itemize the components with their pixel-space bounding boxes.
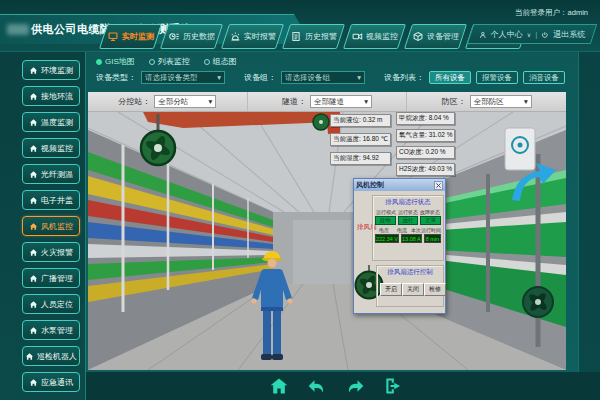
app-window: 供电公司电缆隧道在线监测系统 实时监测 历史数据 实时报警 历史报警 视频监控 … — [0, 0, 600, 400]
sidebar-item-fire-alarm[interactable]: 火灾报警 — [22, 242, 80, 262]
run-mode-label: 运行模式 — [375, 209, 397, 215]
view-mode-list[interactable]: 列表监控 — [149, 56, 190, 67]
sensor-label: H2S浓度: — [399, 165, 426, 172]
house-icon — [29, 170, 38, 179]
temperature-readout: 当前温度: 16.80 ℃ — [330, 133, 391, 146]
zone-label: 防区： — [442, 96, 466, 107]
device-type-select[interactable]: 请选择设备类型▾ — [141, 71, 225, 84]
tab-history-data[interactable]: 历史数据 — [160, 24, 223, 49]
mute-devices-button[interactable]: 消音设备 — [523, 71, 565, 84]
radio-dot — [204, 59, 210, 65]
main-area: GIS地图 列表监控 组态图 设备类型： 请选择设备类型▾ 设备组： 请选择设备… — [86, 52, 600, 400]
history-icon — [168, 31, 180, 42]
metric-values-row: 222.34 V 13.08 A 8 min — [373, 234, 443, 243]
view-mode-label: GIS地图 — [105, 56, 135, 67]
sensor-label: 当前湿度: — [333, 154, 361, 161]
tunnel-3d-viewport: 分控站： 全部分站▾ 隧道： 全部隧道▾ 防区： 全部防区▾ — [88, 92, 566, 370]
run-state-label: 运行状态 — [397, 209, 419, 215]
sidebar-item-personnel-location[interactable]: 人员定位 — [22, 294, 80, 314]
sidebar-item-broadcast-mgmt[interactable]: 广播管理 — [22, 268, 80, 288]
all-devices-button[interactable]: 所有设备 — [429, 71, 471, 84]
tab-label: 历史数据 — [183, 31, 215, 42]
right-edge-panel — [578, 52, 600, 400]
device-group-select[interactable]: 请选择设备组▾ — [281, 71, 365, 84]
sensor-value: 31.02 % — [429, 131, 453, 138]
undo-button[interactable] — [306, 375, 328, 397]
runtime-value: 8 min — [424, 234, 441, 243]
sensor-label: 当前温度: — [333, 135, 361, 142]
tab-history-alarm[interactable]: 历史报警 — [282, 24, 345, 49]
tab-video-monitor[interactable]: 视频监控 — [343, 24, 406, 49]
metric-labels-row: 电压 电流 本次运行时间 — [373, 227, 443, 233]
sidebar-item-label: 广播管理 — [41, 273, 73, 284]
camera-icon — [351, 31, 363, 42]
select-value: 请选择设备组 — [285, 73, 330, 83]
device-list-label: 设备列表： — [384, 72, 424, 83]
tab-label: 历史报警 — [305, 31, 337, 42]
box-icon — [412, 31, 424, 42]
tunnel-3d-scene[interactable] — [88, 112, 566, 370]
sidebar-item-temp-monitor[interactable]: 温度监测 — [22, 112, 80, 132]
control-buttons-row: 开启 关闭 检修 — [377, 283, 443, 296]
caret-down-icon: ▾ — [217, 73, 221, 82]
view-mode-gis[interactable]: GIS地图 — [96, 56, 135, 67]
dialog-titlebar[interactable]: 风机控制 — [354, 179, 445, 191]
maintenance-button[interactable]: 检修 — [424, 283, 446, 296]
toolbar-icons — [216, 375, 456, 397]
house-icon — [29, 144, 38, 153]
sidebar-item-video-monitor[interactable]: 视频监控 — [22, 138, 80, 158]
stop-button[interactable]: 关闭 — [402, 283, 424, 296]
sensor-value: 49.03 % — [428, 165, 452, 172]
co-readout: CO浓度: 0.20 % — [396, 146, 455, 159]
sensor-value: 94.92 — [363, 154, 379, 161]
sidebar-item-emergency-comm[interactable]: 应急通讯 — [22, 372, 80, 392]
close-button[interactable] — [434, 181, 443, 190]
select-value: 全部隧道 — [314, 97, 344, 107]
run-state-value: 运行 — [398, 216, 419, 225]
sidebar-item-fan-monitor[interactable]: 风机监控 — [22, 216, 80, 236]
sensor-value: 16.80 ℃ — [363, 135, 388, 142]
start-button[interactable]: 开启 — [380, 283, 402, 296]
fan-sign-panel — [505, 128, 535, 170]
tunnel-select[interactable]: 全部隧道▾ — [310, 95, 372, 108]
alarm-light-icon — [229, 31, 241, 42]
sidebar-item-fiber-temp[interactable]: 光纤测温 — [22, 164, 80, 184]
exhaust-fan-2[interactable] — [313, 114, 329, 130]
alarm-devices-button[interactable]: 报警设备 — [476, 71, 518, 84]
view-mode-scada[interactable]: 组态图 — [204, 56, 237, 67]
device-group-label: 设备组： — [244, 72, 276, 83]
sidebar-item-label: 风机监控 — [41, 221, 73, 232]
zone-filter: 防区： 全部防区▾ — [407, 92, 566, 111]
wall-fan-unit[interactable] — [523, 287, 553, 317]
tab-label: 实时报警 — [244, 31, 276, 42]
station-select[interactable]: 全部分站▾ — [154, 95, 216, 108]
view-mode-label: 列表监控 — [158, 56, 190, 67]
user-links: 个人中心 ∨ | 退出系统 — [466, 24, 597, 44]
sidebar-item-pump-mgmt[interactable]: 水泵管理 — [22, 320, 80, 340]
sidebar-item-inspection-robot[interactable]: 巡检机器人 — [22, 346, 80, 366]
dialog-title: 风机控制 — [356, 180, 384, 190]
personal-center-link[interactable]: 个人中心 — [491, 29, 523, 40]
sidebar-item-e-manhole[interactable]: 电子井盖 — [22, 190, 80, 210]
tab-realtime-alarm[interactable]: 实时报警 — [221, 24, 284, 49]
select-value: 全部分站 — [158, 97, 188, 107]
sensor-readouts-left: 当前液位: 0.32 m 当前温度: 16.80 ℃ 当前湿度: 94.92 — [330, 114, 391, 165]
logout-link[interactable]: 退出系统 — [553, 29, 585, 40]
chevron-down-icon: ∨ — [527, 31, 531, 38]
redo-button[interactable] — [344, 375, 366, 397]
sidebar-item-env-monitor[interactable]: 环境监测 — [22, 60, 80, 80]
exit-icon — [383, 376, 403, 396]
current-user-label: 当前登录用户：admin — [515, 8, 588, 18]
fan-control-dialog: 风机控制 排风扇 排风扇运行状态 运行模式 — [353, 178, 446, 314]
sidebar-item-label: 温度监测 — [41, 117, 73, 128]
house-icon — [29, 326, 38, 335]
tab-realtime-monitor[interactable]: 实时监测 — [99, 24, 162, 49]
station-filter: 分控站： 全部分站▾ — [88, 92, 248, 111]
sidebar-item-ground-current[interactable]: 接地环流 — [22, 86, 80, 106]
methane-readout: 甲烷浓度: 8.04 % — [396, 112, 455, 125]
zone-select[interactable]: 全部防区▾ — [470, 95, 532, 108]
house-icon — [29, 118, 38, 127]
sidebar-item-label: 电子井盖 — [41, 195, 73, 206]
exit-button[interactable] — [382, 375, 404, 397]
home-button[interactable] — [268, 375, 290, 397]
